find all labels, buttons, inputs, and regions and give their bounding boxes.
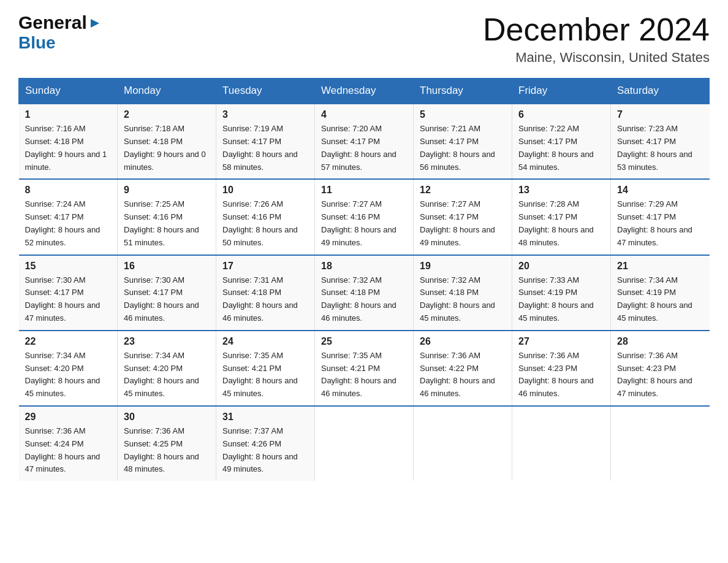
- day-info: Sunrise: 7:32 AMSunset: 4:18 PMDaylight:…: [420, 274, 506, 325]
- calendar-cell: 14 Sunrise: 7:29 AMSunset: 4:17 PMDaylig…: [611, 179, 710, 255]
- calendar-cell: 23 Sunrise: 7:34 AMSunset: 4:20 PMDaylig…: [118, 331, 216, 406]
- svg-marker-0: [91, 19, 99, 28]
- day-info: Sunrise: 7:27 AMSunset: 4:17 PMDaylight:…: [420, 198, 506, 249]
- header-saturday: Saturday: [611, 79, 710, 104]
- calendar-cell: 20 Sunrise: 7:33 AMSunset: 4:19 PMDaylig…: [512, 255, 611, 331]
- day-info: Sunrise: 7:36 AMSunset: 4:22 PMDaylight:…: [420, 350, 506, 400]
- calendar-cell: 9 Sunrise: 7:25 AMSunset: 4:16 PMDayligh…: [118, 179, 216, 255]
- calendar-cell: 10 Sunrise: 7:26 AMSunset: 4:16 PMDaylig…: [216, 179, 315, 255]
- day-number: 9: [124, 185, 210, 196]
- calendar-cell: 19 Sunrise: 7:32 AMSunset: 4:18 PMDaylig…: [414, 255, 512, 331]
- day-info: Sunrise: 7:27 AMSunset: 4:16 PMDaylight:…: [321, 198, 407, 249]
- calendar-week-row: 1 Sunrise: 7:16 AMSunset: 4:18 PMDayligh…: [19, 104, 710, 179]
- calendar-cell: 30 Sunrise: 7:36 AMSunset: 4:25 PMDaylig…: [118, 406, 216, 481]
- calendar-cell: [315, 406, 414, 481]
- day-info: Sunrise: 7:16 AMSunset: 4:18 PMDaylight:…: [25, 123, 112, 174]
- day-number: 23: [124, 336, 210, 347]
- day-info: Sunrise: 7:28 AMSunset: 4:17 PMDaylight:…: [518, 198, 604, 249]
- day-number: 29: [25, 412, 112, 423]
- day-number: 26: [420, 336, 506, 347]
- day-number: 2: [124, 109, 210, 120]
- calendar-cell: 2 Sunrise: 7:18 AMSunset: 4:18 PMDayligh…: [118, 104, 216, 179]
- day-info: Sunrise: 7:36 AMSunset: 4:23 PMDaylight:…: [518, 350, 604, 400]
- calendar-cell: 6 Sunrise: 7:22 AMSunset: 4:17 PMDayligh…: [512, 104, 611, 179]
- day-number: 30: [124, 412, 210, 423]
- calendar-cell: 4 Sunrise: 7:20 AMSunset: 4:17 PMDayligh…: [315, 104, 414, 179]
- calendar-week-row: 8 Sunrise: 7:24 AMSunset: 4:17 PMDayligh…: [19, 179, 710, 255]
- day-info: Sunrise: 7:36 AMSunset: 4:23 PMDaylight:…: [617, 350, 703, 400]
- day-number: 15: [25, 261, 112, 272]
- day-info: Sunrise: 7:29 AMSunset: 4:17 PMDaylight:…: [617, 198, 703, 249]
- month-title: December 2024: [483, 12, 710, 47]
- calendar-cell: 25 Sunrise: 7:35 AMSunset: 4:21 PMDaylig…: [315, 331, 414, 406]
- day-info: Sunrise: 7:35 AMSunset: 4:21 PMDaylight:…: [222, 350, 308, 400]
- calendar-cell: 15 Sunrise: 7:30 AMSunset: 4:17 PMDaylig…: [19, 255, 118, 331]
- header-friday: Friday: [512, 79, 611, 104]
- day-info: Sunrise: 7:34 AMSunset: 4:20 PMDaylight:…: [25, 350, 112, 400]
- day-info: Sunrise: 7:19 AMSunset: 4:17 PMDaylight:…: [222, 123, 308, 174]
- day-number: 24: [222, 336, 308, 347]
- calendar-week-row: 15 Sunrise: 7:30 AMSunset: 4:17 PMDaylig…: [19, 255, 710, 331]
- calendar-cell: 16 Sunrise: 7:30 AMSunset: 4:17 PMDaylig…: [118, 255, 216, 331]
- day-number: 18: [321, 261, 407, 272]
- calendar-cell: 11 Sunrise: 7:27 AMSunset: 4:16 PMDaylig…: [315, 179, 414, 255]
- day-info: Sunrise: 7:22 AMSunset: 4:17 PMDaylight:…: [518, 123, 604, 174]
- day-number: 7: [617, 109, 703, 120]
- day-number: 1: [25, 109, 112, 120]
- day-number: 19: [420, 261, 506, 272]
- page-header: General Blue December 2024 Maine, Wiscon…: [18, 12, 710, 66]
- day-number: 17: [222, 261, 308, 272]
- day-info: Sunrise: 7:26 AMSunset: 4:16 PMDaylight:…: [222, 198, 308, 249]
- day-number: 5: [420, 109, 506, 120]
- day-info: Sunrise: 7:32 AMSunset: 4:18 PMDaylight:…: [321, 274, 407, 325]
- day-info: Sunrise: 7:30 AMSunset: 4:17 PMDaylight:…: [25, 274, 112, 325]
- calendar-header: Sunday Monday Tuesday Wednesday Thursday…: [19, 79, 710, 104]
- logo-triangle-icon: [88, 17, 102, 30]
- day-number: 31: [222, 412, 308, 423]
- header-row: Sunday Monday Tuesday Wednesday Thursday…: [19, 79, 710, 104]
- day-number: 27: [518, 336, 604, 347]
- calendar-cell: 7 Sunrise: 7:23 AMSunset: 4:17 PMDayligh…: [611, 104, 710, 179]
- day-info: Sunrise: 7:34 AMSunset: 4:20 PMDaylight:…: [124, 350, 210, 400]
- calendar-cell: 3 Sunrise: 7:19 AMSunset: 4:17 PMDayligh…: [216, 104, 315, 179]
- day-info: Sunrise: 7:37 AMSunset: 4:26 PMDaylight:…: [222, 425, 308, 476]
- day-number: 14: [617, 185, 703, 196]
- header-wednesday: Wednesday: [315, 79, 414, 104]
- day-info: Sunrise: 7:34 AMSunset: 4:19 PMDaylight:…: [617, 274, 703, 325]
- day-info: Sunrise: 7:25 AMSunset: 4:16 PMDaylight:…: [124, 198, 210, 249]
- day-number: 20: [518, 261, 604, 272]
- calendar-cell: 1 Sunrise: 7:16 AMSunset: 4:18 PMDayligh…: [19, 104, 118, 179]
- day-info: Sunrise: 7:33 AMSunset: 4:19 PMDaylight:…: [518, 274, 604, 325]
- calendar-cell: [611, 406, 710, 481]
- day-number: 13: [518, 185, 604, 196]
- calendar-cell: 22 Sunrise: 7:34 AMSunset: 4:20 PMDaylig…: [19, 331, 118, 406]
- day-info: Sunrise: 7:21 AMSunset: 4:17 PMDaylight:…: [420, 123, 506, 174]
- day-info: Sunrise: 7:35 AMSunset: 4:21 PMDaylight:…: [321, 350, 407, 400]
- calendar-cell: [512, 406, 611, 481]
- header-monday: Monday: [118, 79, 216, 104]
- day-number: 22: [25, 336, 112, 347]
- location-title: Maine, Wisconsin, United States: [483, 50, 710, 66]
- header-tuesday: Tuesday: [216, 79, 315, 104]
- calendar-cell: 12 Sunrise: 7:27 AMSunset: 4:17 PMDaylig…: [414, 179, 512, 255]
- day-info: Sunrise: 7:18 AMSunset: 4:18 PMDaylight:…: [124, 123, 210, 174]
- calendar-cell: 21 Sunrise: 7:34 AMSunset: 4:19 PMDaylig…: [611, 255, 710, 331]
- day-info: Sunrise: 7:31 AMSunset: 4:18 PMDaylight:…: [222, 274, 308, 325]
- logo-blue: Blue: [18, 33, 56, 53]
- day-info: Sunrise: 7:36 AMSunset: 4:24 PMDaylight:…: [25, 425, 112, 476]
- calendar-cell: 31 Sunrise: 7:37 AMSunset: 4:26 PMDaylig…: [216, 406, 315, 481]
- day-number: 16: [124, 261, 210, 272]
- day-info: Sunrise: 7:20 AMSunset: 4:17 PMDaylight:…: [321, 123, 407, 174]
- calendar-body: 1 Sunrise: 7:16 AMSunset: 4:18 PMDayligh…: [19, 104, 710, 481]
- calendar-week-row: 29 Sunrise: 7:36 AMSunset: 4:24 PMDaylig…: [19, 406, 710, 481]
- day-number: 11: [321, 185, 407, 196]
- day-number: 8: [25, 185, 112, 196]
- day-number: 6: [518, 109, 604, 120]
- calendar-cell: 26 Sunrise: 7:36 AMSunset: 4:22 PMDaylig…: [414, 331, 512, 406]
- calendar-cell: 27 Sunrise: 7:36 AMSunset: 4:23 PMDaylig…: [512, 331, 611, 406]
- day-info: Sunrise: 7:30 AMSunset: 4:17 PMDaylight:…: [124, 274, 210, 325]
- logo-general: General: [18, 12, 87, 33]
- day-number: 12: [420, 185, 506, 196]
- calendar-cell: 17 Sunrise: 7:31 AMSunset: 4:18 PMDaylig…: [216, 255, 315, 331]
- day-number: 28: [617, 336, 703, 347]
